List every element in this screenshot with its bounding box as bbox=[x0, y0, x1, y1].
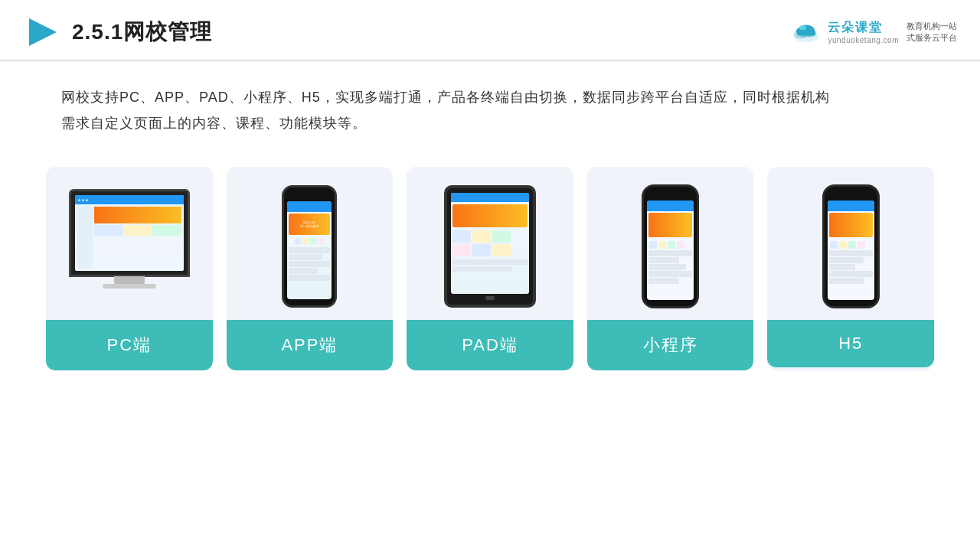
description-line2: 需求自定义页面上的内容、课程、功能模块等。 bbox=[61, 110, 919, 136]
header-left: 2.5.1网校管理 bbox=[23, 14, 212, 51]
svg-rect-8 bbox=[798, 31, 815, 36]
description-line1: 网校支持PC、APP、PAD、小程序、H5，实现多端打通，产品各终端自由切换，数… bbox=[61, 84, 919, 110]
logo-arrow-icon bbox=[23, 14, 60, 51]
h5-phone-device bbox=[822, 184, 880, 308]
svg-point-9 bbox=[800, 25, 807, 30]
card-app: 职达人的第一堂兴趣课 bbox=[227, 167, 394, 370]
card-mini-label: 小程序 bbox=[587, 320, 754, 370]
card-h5-image bbox=[767, 167, 934, 320]
phone-device: 职达人的第一堂兴趣课 bbox=[282, 185, 337, 308]
card-h5: H5 bbox=[767, 167, 934, 370]
monitor-device bbox=[68, 189, 191, 304]
card-pad: PAD端 bbox=[407, 167, 573, 370]
card-pc-label: PC端 bbox=[46, 320, 213, 370]
card-app-label: APP端 bbox=[227, 320, 394, 370]
brand-name: 云朵课堂 bbox=[828, 20, 883, 36]
card-pad-image bbox=[407, 167, 573, 320]
header-right: 云朵课堂 yunduoketang.com 教育机构一站 式服务云平台 bbox=[789, 20, 957, 44]
card-miniprogram: 小程序 bbox=[587, 167, 754, 370]
card-pc-image bbox=[46, 167, 213, 320]
description: 网校支持PC、APP、PAD、小程序、H5，实现多端打通，产品各终端自由切换，数… bbox=[0, 61, 980, 144]
brand-logo: 云朵课堂 yunduoketang.com 教育机构一站 式服务云平台 bbox=[789, 20, 957, 44]
card-h5-label: H5 bbox=[767, 320, 934, 367]
card-mini-image bbox=[587, 167, 754, 320]
card-pc: PC端 bbox=[46, 167, 213, 370]
page-title: 2.5.1网校管理 bbox=[72, 18, 212, 47]
card-app-image: 职达人的第一堂兴趣课 bbox=[227, 167, 394, 320]
cards-row: PC端 职达人的第一堂兴趣课 bbox=[0, 144, 980, 370]
mini-phone-device bbox=[642, 184, 699, 308]
svg-marker-0 bbox=[29, 18, 57, 46]
tablet-device bbox=[444, 185, 536, 308]
cloud-icon bbox=[789, 21, 823, 44]
brand-url: yunduoketang.com bbox=[828, 36, 899, 44]
card-pad-label: PAD端 bbox=[407, 320, 573, 370]
header: 2.5.1网校管理 云朵课堂 yunduoketang.com 教 bbox=[0, 0, 980, 61]
brand-tagline: 教育机构一站 式服务云平台 bbox=[906, 21, 957, 44]
